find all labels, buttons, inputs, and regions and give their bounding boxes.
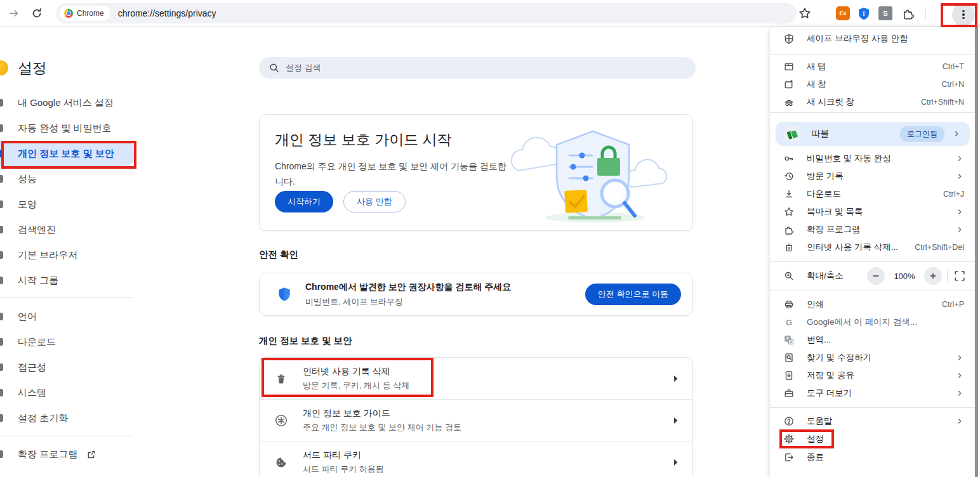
signed-in-badge: 로그인됨 bbox=[900, 126, 944, 142]
url-text[interactable]: chrome://settings/privacy bbox=[118, 8, 216, 18]
sidebar-icon-fragment bbox=[0, 338, 3, 346]
menu-item-history[interactable]: 방문 기록 bbox=[770, 167, 976, 185]
sidebar-item-autofill[interactable]: 자동 완성 및 비밀번호 bbox=[0, 115, 146, 141]
sidebar-item-performance[interactable]: 성능 bbox=[0, 166, 146, 192]
trash-icon bbox=[275, 373, 288, 384]
shield-icon bbox=[277, 287, 291, 302]
sidebar-item-google-services[interactable]: 내 Google 서비스 설정 bbox=[0, 90, 146, 115]
menu-divider bbox=[770, 261, 976, 262]
extension-ex-icon[interactable]: Ex bbox=[836, 6, 850, 20]
menu-item-help[interactable]: 도움말 bbox=[770, 412, 976, 430]
menu-item-search-with-google[interactable]: G Google에서 이 페이지 검색... bbox=[770, 313, 976, 331]
chevron-right-icon bbox=[955, 225, 964, 234]
gear-icon bbox=[784, 434, 794, 444]
reload-icon[interactable] bbox=[29, 6, 44, 21]
menu-item-find-and-edit[interactable]: 찾기 및 수정하기 bbox=[770, 349, 976, 367]
sidebar-item-default-browser[interactable]: 기본 브라우저 bbox=[0, 242, 146, 268]
sidebar-icon-fragment bbox=[0, 313, 3, 320]
sidebar-item-reset[interactable]: 설정 초기화 bbox=[0, 405, 146, 431]
key-icon bbox=[784, 154, 794, 164]
sidebar-item-privacy[interactable]: 개인 정보 보호 및 보안 bbox=[0, 141, 146, 166]
safety-check-button[interactable]: 안전 확인으로 이동 bbox=[585, 284, 681, 305]
sidebar-item-languages[interactable]: 언어 bbox=[0, 304, 146, 329]
sidebar-item-system[interactable]: 시스템 bbox=[0, 380, 146, 405]
chrome-badge-label: Chrome bbox=[77, 9, 104, 18]
url-bar[interactable]: Chrome chrome://settings/privacy bbox=[56, 3, 797, 23]
menu-item-more-tools[interactable]: 도구 더보기 bbox=[770, 384, 976, 402]
sidebar-item-extensions[interactable]: 확장 프로그램 bbox=[0, 441, 146, 467]
menu-item-translate[interactable]: 번역... bbox=[770, 331, 976, 349]
sidebar-icon-fragment bbox=[0, 450, 3, 458]
guide-dismiss-button[interactable]: 사용 안함 bbox=[343, 191, 406, 212]
sidebar-item-startup[interactable]: 시작 그룹 bbox=[0, 268, 146, 293]
chevron-right-icon bbox=[955, 371, 964, 380]
menu-item-extensions[interactable]: 확장 프로그램 bbox=[770, 221, 976, 238]
menu-item-safe-browsing[interactable]: 세이프 브라우징 사용 안함 bbox=[770, 30, 976, 48]
sidebar-icon-fragment bbox=[0, 251, 3, 259]
menu-zoom-row: 확대/축소 100% bbox=[770, 265, 976, 287]
sidebar-icon-fragment bbox=[0, 150, 3, 157]
menu-item-bookmarks[interactable]: 북마크 및 목록 bbox=[770, 203, 976, 221]
privacy-section-heading: 개인 정보 보호 및 보안 bbox=[259, 335, 352, 347]
menu-item-settings[interactable]: 설정 bbox=[770, 430, 976, 448]
list-item-title: 인터넷 사용 기록 삭제 bbox=[303, 366, 673, 377]
menu-item-save-and-share[interactable]: 저장 및 공유 bbox=[770, 367, 976, 384]
menu-item-clear-browsing-data[interactable]: 인터넷 사용 기록 삭제... Ctrl+Shift+Del bbox=[770, 238, 976, 256]
chevron-right-icon bbox=[955, 353, 964, 362]
page-title: 설정 bbox=[18, 58, 47, 78]
menu-item-new-incognito-window[interactable]: 새 시크릿 창 Ctrl+Shift+N bbox=[770, 93, 976, 111]
extension-s-icon[interactable]: S bbox=[878, 6, 892, 20]
extensions-puzzle-icon[interactable] bbox=[901, 6, 916, 21]
menu-profile-row[interactable]: 따블 로그인됨 bbox=[776, 122, 970, 146]
sidebar-icon-fragment bbox=[0, 389, 3, 396]
menu-item-new-tab[interactable]: 새 탭 Ctrl+T bbox=[770, 58, 976, 75]
chevron-right-icon bbox=[673, 375, 679, 382]
sidebar-item-about-chrome[interactable]: Chrome 정보 bbox=[0, 468, 146, 477]
list-item-title: 개인 정보 보호 가이드 bbox=[303, 408, 673, 419]
sidebar-icon-fragment bbox=[0, 414, 3, 422]
zoom-in-button[interactable] bbox=[924, 267, 942, 285]
sidebar-item-accessibility[interactable]: 접근성 bbox=[0, 355, 146, 380]
chevron-right-icon bbox=[955, 417, 964, 426]
zoom-level-value: 100% bbox=[885, 271, 924, 281]
star-icon bbox=[784, 207, 794, 217]
bookmark-star-icon[interactable] bbox=[797, 6, 812, 21]
zoom-out-button[interactable] bbox=[867, 267, 885, 285]
safety-check-heading: 안전 확인 bbox=[259, 249, 298, 261]
guide-card-description: Chrome의 주요 개인 정보 보호 및 보안 제어 기능을 검토합니다. bbox=[275, 159, 515, 189]
extension-shield-icon[interactable]: i bbox=[857, 6, 871, 20]
sidebar-item-appearance[interactable]: 모양 bbox=[0, 192, 146, 217]
settings-search-input[interactable]: 설정 검색 bbox=[259, 57, 696, 79]
exit-icon bbox=[784, 452, 794, 462]
list-item-third-party-cookies[interactable]: 서드 파티 쿠키 서드 파티 쿠키 허용됨 bbox=[260, 441, 693, 477]
menu-divider bbox=[770, 407, 976, 408]
fullscreen-icon[interactable] bbox=[954, 270, 965, 282]
save-share-icon bbox=[784, 370, 794, 381]
menu-divider bbox=[770, 54, 976, 55]
menu-divider bbox=[770, 291, 976, 291]
safety-check-title: Chrome에서 발견한 보안 권장사항을 검토해 주세요 bbox=[305, 282, 585, 293]
safety-check-card: Chrome에서 발견한 보안 권장사항을 검토해 주세요 비밀번호, 세이프 … bbox=[259, 273, 693, 316]
chrome-site-badge[interactable]: Chrome bbox=[60, 6, 110, 21]
menu-item-passwords[interactable]: 비밀번호 및 자동 완성 bbox=[770, 150, 976, 167]
chevron-right-icon bbox=[955, 172, 964, 181]
menu-item-exit[interactable]: 종료 bbox=[770, 448, 976, 466]
sidebar-icon-fragment bbox=[0, 175, 3, 183]
zoom-magnifier-icon bbox=[784, 271, 794, 281]
menu-item-print[interactable]: 인쇄 Ctrl+P bbox=[770, 296, 976, 313]
sidebar-item-search-engine[interactable]: 검색엔진 bbox=[0, 217, 146, 242]
browser-menu-button[interactable] bbox=[952, 3, 975, 26]
menu-item-downloads[interactable]: 다운로드 Ctrl+J bbox=[770, 185, 976, 203]
external-link-icon bbox=[86, 450, 96, 459]
sidebar-icon-fragment bbox=[0, 363, 3, 371]
browser-toolbar: Chrome chrome://settings/privacy Ex i S bbox=[0, 0, 980, 27]
list-item-clear-browsing-data[interactable]: 인터넷 사용 기록 삭제 방문 기록, 쿠키, 캐시 등 삭제 bbox=[260, 358, 693, 399]
sidebar-item-downloads[interactable]: 다운로드 bbox=[0, 329, 146, 355]
search-icon bbox=[269, 63, 279, 73]
menu-item-new-window[interactable]: 새 창 Ctrl+N bbox=[770, 75, 976, 93]
forward-icon[interactable] bbox=[6, 6, 22, 21]
list-item-subtitle: 방문 기록, 쿠키, 캐시 등 삭제 bbox=[303, 380, 673, 391]
menu-scrollbar[interactable] bbox=[975, 27, 978, 477]
guide-start-button[interactable]: 시작하기 bbox=[275, 191, 333, 212]
list-item-privacy-guide[interactable]: 개인 정보 보호 가이드 주요 개인 정보 보호 및 보안 제어 기능 검토 bbox=[260, 400, 693, 441]
